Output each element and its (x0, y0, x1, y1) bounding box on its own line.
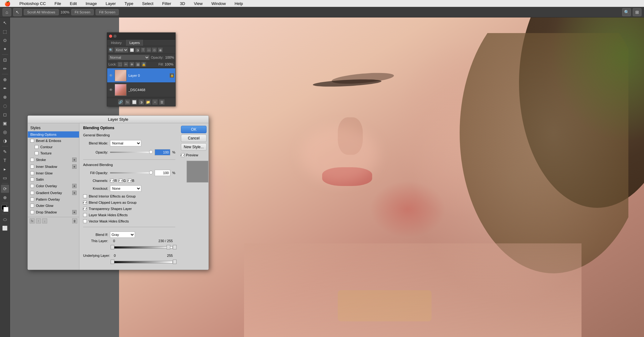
inner-shadow-checkbox[interactable] (30, 165, 34, 168)
fill-opacity-thumb[interactable] (149, 171, 153, 174)
layer-item-0[interactable]: 👁 Layer 0 🔒 (107, 68, 175, 83)
texture-checkbox[interactable] (35, 151, 38, 155)
this-layer-slider[interactable] (111, 244, 173, 252)
blur-tool[interactable]: ◎ (1, 128, 9, 136)
filter-pixel-icon[interactable]: ⬜ (129, 47, 134, 52)
apple-menu[interactable]: 🍎 (2, 1, 12, 7)
satin-checkbox[interactable] (30, 178, 34, 181)
fill-screen-button[interactable]: Fill Screen (96, 9, 119, 15)
blend-if-select[interactable]: Gray (110, 232, 135, 238)
style-outer-glow[interactable]: Outer Glow (28, 203, 79, 209)
channel-b-checkbox[interactable]: ✓ (128, 179, 132, 183)
magic-wand-tool[interactable]: ✦ (1, 45, 9, 53)
scroll-windows-button[interactable]: Scroll All Windows (24, 9, 59, 15)
filter-shape-icon[interactable]: ▭ (146, 47, 151, 52)
search-icon[interactable]: 🔍 (622, 8, 631, 16)
contour-checkbox[interactable] (35, 145, 38, 149)
this-layer-handle-right[interactable] (167, 245, 170, 249)
pen-tool[interactable]: ✎ (1, 148, 9, 156)
lock-transparent-icon[interactable]: ⬚ (117, 62, 122, 67)
up-arrow-icon[interactable]: ↑ (36, 218, 41, 223)
stroke-add-btn[interactable]: + (72, 158, 77, 162)
history-brush-tool[interactable]: ◌ (1, 102, 9, 110)
eraser-tool[interactable]: ◻ (1, 110, 9, 119)
add-mask-icon[interactable]: ⬜ (132, 99, 137, 105)
tab-layers[interactable]: Layers (126, 40, 144, 46)
lock-pixels-icon[interactable]: ✏ (123, 62, 128, 67)
3d-rotate-tool[interactable]: ⟳ (1, 185, 9, 193)
opacity-thumb[interactable] (149, 150, 153, 154)
ok-button[interactable]: OK (181, 126, 207, 133)
style-stroke[interactable]: Stroke + (28, 156, 79, 163)
fit-screen-button[interactable]: Fit Screen (71, 9, 94, 15)
style-gradient-overlay[interactable]: Gradient Overlay + (28, 189, 79, 196)
underlying-layer-slider[interactable] (111, 258, 173, 267)
gradient-tool[interactable]: ▣ (1, 119, 9, 127)
eyedropper-tool[interactable]: ✏ (1, 65, 9, 73)
lasso-tool[interactable]: ⊙ (1, 36, 9, 44)
bevel-emboss-checkbox[interactable] (30, 139, 34, 143)
clone-stamp-tool[interactable]: ⊗ (1, 93, 9, 101)
delete-style-icon[interactable]: 🗑 (72, 218, 77, 223)
shape-tool[interactable]: ▭ (1, 174, 9, 182)
channel-g-checkbox[interactable]: ✓ (119, 179, 122, 183)
text-tool[interactable]: T (1, 156, 9, 164)
blend-clipped-checkbox[interactable]: ✓ (83, 201, 87, 204)
lock-position-icon[interactable]: ✚ (129, 62, 134, 67)
lock-all-icon[interactable]: 🔒 (141, 62, 146, 67)
filter-adjust-icon[interactable]: ◑ (135, 47, 140, 52)
filter-type-icon[interactable]: T (141, 47, 146, 52)
menu-type[interactable]: Type (123, 1, 135, 6)
move-tool[interactable]: ↖ (1, 19, 9, 27)
dialog-titlebar[interactable]: Layer Style (28, 116, 208, 123)
preview-checkbox[interactable]: ✓ (181, 153, 185, 157)
zoom-tool[interactable]: ⊕ (1, 193, 9, 202)
delete-layer-icon[interactable]: 🗑 (159, 99, 165, 105)
this-layer-handle-right2[interactable] (173, 245, 177, 249)
style-inner-glow[interactable]: Inner Glow (28, 170, 79, 176)
new-layer-icon[interactable]: + (152, 99, 158, 105)
tab-history[interactable]: History (107, 40, 126, 46)
crop-tool[interactable]: ⊡ (1, 56, 9, 64)
layout-icon[interactable]: ⊞ (633, 8, 642, 16)
fill-opacity-slider[interactable] (110, 172, 153, 173)
quick-mask-tool[interactable]: ⬭ (1, 215, 9, 223)
blend-mode-select[interactable]: Normal (110, 140, 141, 146)
opacity-input[interactable] (155, 149, 170, 155)
stroke-checkbox[interactable] (30, 158, 34, 162)
knockout-select[interactable]: None (110, 185, 141, 192)
underlying-handle-right[interactable] (173, 260, 177, 264)
filter-toggle-icon[interactable]: ◉ (158, 47, 163, 52)
layer-visibility-0[interactable]: 👁 (108, 73, 113, 78)
brush-tool[interactable]: ✒ (1, 84, 9, 92)
transparency-shapes-checkbox[interactable]: ✓ (83, 207, 87, 211)
marquee-tool[interactable]: ⬚ (1, 27, 9, 36)
kind-dropdown[interactable]: Kind (114, 47, 128, 53)
style-drop-shadow[interactable]: Drop Shadow + (28, 209, 79, 216)
fx-icon[interactable]: fx (30, 218, 35, 223)
move-tool-icon[interactable]: ↖ (13, 8, 22, 16)
link-layers-icon[interactable]: 🔗 (118, 99, 123, 105)
fill-opacity-input[interactable] (155, 170, 170, 176)
color-swatch[interactable] (2, 205, 8, 212)
screen-mode-tool[interactable]: ⬜ (1, 224, 9, 232)
new-group-icon[interactable]: 📁 (145, 99, 151, 105)
style-bevel-emboss[interactable]: Bevel & Emboss (28, 138, 79, 144)
gradient-overlay-add-btn[interactable]: + (72, 191, 77, 195)
style-blending-options[interactable]: Blending Options (28, 131, 79, 138)
menu-photoshop[interactable]: Photoshop CC (17, 1, 48, 6)
layer-visibility-1[interactable]: 👁 (108, 87, 113, 92)
drop-shadow-add-btn[interactable]: + (72, 210, 77, 214)
style-texture[interactable]: Texture (28, 150, 79, 156)
path-selection-tool[interactable]: ▸ (1, 165, 9, 173)
minimize-button[interactable] (113, 35, 117, 38)
style-color-overlay[interactable]: Color Overlay + (28, 183, 79, 189)
drop-shadow-checkbox[interactable] (30, 210, 34, 214)
menu-view[interactable]: View (192, 1, 204, 6)
menu-window[interactable]: Window (209, 1, 227, 6)
style-inner-shadow[interactable]: Inner Shadow + (28, 163, 79, 170)
style-satin[interactable]: Satin (28, 176, 79, 183)
menu-3d[interactable]: 3D (178, 1, 187, 6)
search-icon[interactable]: 🔍 (108, 47, 113, 52)
inner-shadow-add-btn[interactable]: + (72, 164, 77, 169)
